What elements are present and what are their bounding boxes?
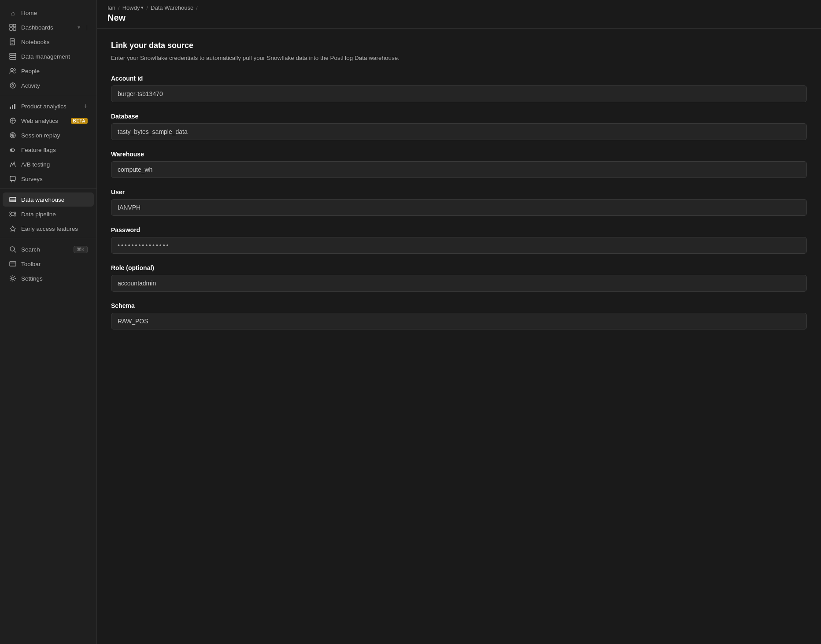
- sidebar-item-search[interactable]: Search ⌘K: [3, 242, 94, 256]
- input-warehouse[interactable]: [111, 161, 807, 178]
- sidebar-item-data-pipeline[interactable]: Data pipeline: [3, 207, 94, 221]
- breadcrumb-howdy[interactable]: Howdy ▾: [122, 4, 144, 11]
- sidebar-section-main: ⌂ Home Dashboards ▾ |: [0, 4, 96, 95]
- sidebar-item-session-replay[interactable]: Session replay: [3, 128, 94, 142]
- sidebar-item-data-warehouse[interactable]: Data warehouse: [3, 192, 94, 207]
- sidebar-item-label: Data warehouse: [21, 196, 88, 203]
- feature-flags-icon: [9, 146, 17, 154]
- sidebar-item-label: Dashboards: [21, 24, 73, 31]
- field-label-user: User: [111, 189, 807, 196]
- field-label-warehouse: Warehouse: [111, 151, 807, 158]
- input-schema[interactable]: [111, 313, 807, 329]
- beta-badge: BETA: [71, 118, 88, 124]
- svg-point-14: [12, 85, 14, 86]
- sidebar-item-label: A/B testing: [21, 161, 88, 168]
- sidebar-item-label: Toolbar: [21, 261, 88, 267]
- sidebar-item-label: Notebooks: [21, 39, 88, 45]
- sidebar-item-label: Product analytics: [21, 103, 79, 110]
- sidebar-item-label: Feature flags: [21, 147, 88, 153]
- svg-rect-28: [10, 197, 16, 202]
- surveys-icon: [9, 175, 17, 183]
- sidebar-item-home[interactable]: ⌂ Home: [3, 6, 94, 20]
- breadcrumb-separator-2: /: [146, 4, 148, 11]
- field-label-account-id: Account id: [111, 75, 807, 82]
- sidebar-item-surveys[interactable]: Surveys: [3, 172, 94, 186]
- field-role: Role (optional): [111, 264, 807, 292]
- breadcrumb-separator-3: /: [196, 4, 198, 11]
- search-shortcut: ⌘K: [74, 246, 88, 253]
- svg-rect-10: [10, 58, 16, 59]
- sidebar-item-label: Surveys: [21, 176, 88, 182]
- sidebar-item-web-analytics[interactable]: Web analytics BETA: [3, 114, 94, 128]
- breadcrumb-ian[interactable]: Ian: [107, 4, 115, 11]
- breadcrumb-howdy-label: Howdy: [122, 4, 140, 11]
- sidebar-item-label: Search: [21, 246, 69, 253]
- svg-point-31: [10, 212, 11, 214]
- svg-point-34: [14, 215, 16, 216]
- svg-rect-18: [14, 104, 15, 109]
- breadcrumb-data-warehouse[interactable]: Data Warehouse: [151, 4, 193, 11]
- notebooks-icon: [9, 38, 17, 46]
- page-title-area: New: [97, 11, 821, 29]
- sidebar-item-settings[interactable]: Settings: [3, 271, 94, 285]
- data-management-icon: [9, 52, 17, 60]
- field-password: Password: [111, 226, 807, 254]
- chevron-down-icon: ▾: [78, 24, 80, 30]
- field-schema: Schema: [111, 302, 807, 329]
- sidebar-item-activity[interactable]: Activity: [3, 78, 94, 93]
- form-section-title: Link your data source: [111, 41, 807, 50]
- svg-rect-9: [10, 56, 16, 57]
- form-content-area: Link your data source Enter your Snowfla…: [97, 29, 821, 644]
- field-account-id: Account id: [111, 75, 807, 102]
- svg-point-26: [11, 149, 12, 151]
- sidebar-item-label: Early access features: [21, 226, 88, 232]
- field-user: User: [111, 189, 807, 216]
- sidebar-item-data-management[interactable]: Data management: [3, 49, 94, 63]
- sidebar-item-label: Settings: [21, 275, 88, 282]
- svg-rect-16: [10, 107, 11, 109]
- session-replay-icon: [9, 131, 17, 139]
- sidebar-item-toolbar[interactable]: Toolbar: [3, 257, 94, 271]
- settings-icon: [9, 274, 17, 282]
- input-database[interactable]: [111, 123, 807, 140]
- sidebar-item-early-access[interactable]: Early access features: [3, 222, 94, 236]
- sidebar-item-label: Data pipeline: [21, 211, 88, 218]
- svg-rect-40: [10, 262, 16, 266]
- svg-rect-0: [10, 24, 12, 27]
- sidebar-item-feature-flags[interactable]: Feature flags: [3, 143, 94, 157]
- dashboards-separator: |: [86, 24, 88, 30]
- input-user[interactable]: [111, 199, 807, 216]
- sidebar-item-ab-testing[interactable]: A/B testing: [3, 157, 94, 171]
- breadcrumb-separator-1: /: [118, 4, 120, 11]
- sidebar-item-label: Session replay: [21, 132, 88, 139]
- field-label-schema: Schema: [111, 302, 807, 309]
- svg-point-42: [11, 277, 14, 280]
- breadcrumb-chevron: ▾: [141, 5, 144, 11]
- input-role[interactable]: [111, 275, 807, 292]
- sidebar-section-bottom: Search ⌘K Toolbar Settings: [0, 240, 96, 288]
- sidebar-item-notebooks[interactable]: Notebooks: [3, 35, 94, 49]
- input-password[interactable]: [111, 237, 807, 254]
- field-label-password: Password: [111, 226, 807, 233]
- field-label-database: Database: [111, 113, 807, 120]
- field-database: Database: [111, 113, 807, 140]
- field-label-role: Role (optional): [111, 264, 807, 271]
- svg-rect-1: [13, 24, 16, 27]
- sidebar-item-label: Activity: [21, 82, 88, 89]
- input-account-id[interactable]: [111, 85, 807, 102]
- sidebar-item-dashboards[interactable]: Dashboards ▾ |: [3, 20, 94, 34]
- product-analytics-icon: [9, 102, 17, 110]
- sidebar-item-people[interactable]: People: [3, 64, 94, 78]
- breadcrumb: Ian / Howdy ▾ / Data Warehouse /: [97, 0, 821, 11]
- form-section-description: Enter your Snowflake credentials to auto…: [111, 54, 807, 63]
- svg-point-12: [14, 69, 15, 70]
- ab-testing-icon: [9, 160, 17, 168]
- sidebar-item-product-analytics[interactable]: Product analytics +: [3, 99, 94, 113]
- sidebar-item-label: Web analytics: [21, 118, 67, 124]
- plus-icon[interactable]: +: [84, 102, 88, 110]
- people-icon: [9, 67, 17, 75]
- svg-line-39: [14, 251, 16, 252]
- sidebar-section-data: Data warehouse Data pipeline: [0, 190, 96, 238]
- svg-rect-17: [12, 105, 13, 109]
- sidebar-item-label: Data management: [21, 53, 88, 60]
